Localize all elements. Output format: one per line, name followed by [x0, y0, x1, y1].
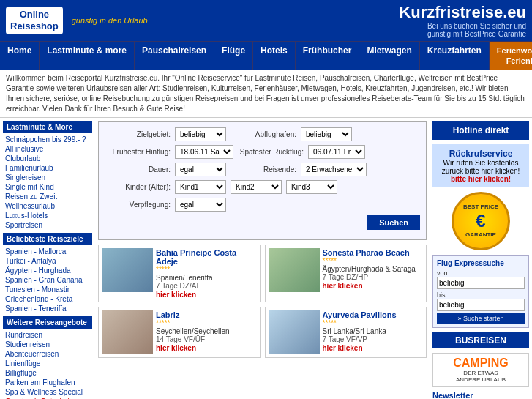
sidebar-section-weitere: Weitere Reiseangebote	[3, 316, 92, 329]
sidebar-cluburlaub[interactable]: Cluburlaub	[3, 154, 92, 163]
hotel-info-0: Bahia Principe Costa Adeje ***** Spanien…	[156, 248, 257, 299]
sidebar-schnaeppchen[interactable]: Schnäppchen bis 299.- ?	[3, 135, 92, 144]
rueckruf-box: Rückrufservice Wir rufen Sie kostenlos z…	[432, 144, 529, 187]
nav-kreuz[interactable]: Kreuzfahrten	[420, 42, 490, 70]
hotel-duration-0: 7 Tage DZ/AI	[156, 282, 257, 290]
hotel-link-0[interactable]: hier klicken	[156, 291, 196, 299]
sidebar-billigflug[interactable]: Billigflüge	[3, 368, 92, 378]
nav-pauschal[interactable]: Pauschalreisen	[135, 42, 214, 70]
rueckruf-link[interactable]: bitte hier klicken!	[451, 175, 511, 183]
sidebar-grancanaria[interactable]: Spanien - Gran Canaria	[3, 275, 92, 285]
hotel-link-2[interactable]: hier klicken	[156, 344, 196, 352]
select-abflughafen[interactable]: beliebig	[301, 127, 352, 141]
sidebar-singlemit[interactable]: Single mit Kind	[3, 182, 92, 192]
tagline-right1: Bei uns buchen Sie sicher und	[399, 22, 526, 30]
sidebar-allinclusive[interactable]: All inclusive	[3, 144, 92, 154]
sidebar-linienflug[interactable]: Linienflüge	[3, 359, 92, 368]
bestprice-badge: BEST PRICE € GARANTIE	[452, 192, 510, 250]
label-fruehester: Frühester Hinflug:	[105, 148, 171, 156]
form-row-ziel-abflug: Zielgebiet: beliebig Abflughafen: belieb…	[105, 127, 420, 141]
welcome-text: Willkommen beim Reiseportal Kurzfristrei…	[0, 70, 532, 118]
select-verpflegung[interactable]: egal	[175, 198, 226, 212]
sidebar-kreta[interactable]: Griechenland - Kreta	[3, 294, 92, 304]
select-spaetester[interactable]: 06.07.11 Fr	[308, 145, 365, 159]
hotel-link-1[interactable]: hier klicken	[323, 282, 363, 290]
nav-lastminute[interactable]: Lastminute & more	[40, 42, 135, 70]
express-von-input[interactable]	[437, 277, 525, 289]
select-kind1[interactable]: Kind1	[175, 180, 226, 194]
site-title: Kurzfristreise.eu	[399, 3, 526, 22]
form-row-verpflegung: Verpflegung: egal	[105, 198, 420, 212]
search-button[interactable]: Suchen	[367, 215, 420, 230]
hotel-stars-1: *****	[323, 257, 424, 265]
hotel-duration-2: 14 Tage VF/ÜF	[156, 335, 257, 343]
camping-sub2: ANDERE URLAUB	[436, 376, 525, 383]
logo-box: Online Reiseshop	[6, 7, 63, 34]
sidebar-singlereisen[interactable]: Singlereisen	[3, 173, 92, 182]
nav-fluege[interactable]: Flüge	[214, 42, 253, 70]
header: Online Reiseshop günstig in den Urlaub K…	[0, 0, 532, 41]
sidebar-studienreisen[interactable]: Studienreisen	[3, 340, 92, 349]
sidebar-antalya[interactable]: Türkei - Antalya	[3, 256, 92, 266]
express-search-button[interactable]: » Suche starten	[437, 313, 525, 324]
sidebar-abenteuer[interactable]: Abenteuerreisen	[3, 349, 92, 359]
sidebar-gutscheine[interactable]: Geschenk-Gutscheine	[3, 397, 92, 399]
select-reisende[interactable]: 2 Erwachsene	[301, 163, 367, 176]
sidebar-wellness[interactable]: Wellnessurlaub	[3, 201, 92, 211]
form-row-dates: Frühester Hinflug: 18.06.11 Sa Spätester…	[105, 145, 420, 159]
hotel-name-0: Bahia Principe Costa Adeje	[156, 248, 257, 266]
hotel-duration-1: 7 Tage DZ/HP	[323, 273, 424, 281]
tagline: günstig in den Urlaub	[72, 16, 148, 25]
label-verpflegung: Verpflegung:	[105, 201, 171, 209]
sidebar-sport[interactable]: Sportreisen	[3, 220, 92, 230]
header-logo: Online Reiseshop günstig in den Urlaub	[6, 7, 148, 34]
hotel-stars-0: *****	[156, 266, 257, 274]
busreisen-box: BUSREISEN	[432, 332, 529, 348]
hotel-info-1: Sonesta Pharao Beach ***** Ägypten/Hurgh…	[323, 248, 424, 299]
hotel-location-0: Spanien/Teneriffa	[156, 274, 257, 282]
select-kind3[interactable]: Kind3	[286, 180, 337, 194]
sidebar-familienurlaub[interactable]: Familienurlaub	[3, 163, 92, 173]
header-right: Kurzfristreise.eu Bei uns buchen Sie sic…	[399, 3, 526, 38]
hotel-stars-2: *****	[156, 319, 257, 327]
label-reisende: Reisende:	[231, 165, 296, 174]
nav-fruehbucher[interactable]: Frühbucher	[296, 42, 360, 70]
nav-hotels[interactable]: Hotels	[253, 42, 296, 70]
sidebar-parken[interactable]: Parken am Flughafen	[3, 378, 92, 387]
sidebar-teneriffa[interactable]: Spanien - Teneriffa	[3, 304, 92, 313]
label-kinder: Kinder (Alter):	[105, 183, 171, 191]
select-fruehester[interactable]: 18.06.11 Sa	[175, 145, 233, 159]
express-title: Flug Expresssuche	[437, 259, 525, 267]
nav-mietwagen[interactable]: Mietwagen	[359, 42, 419, 70]
sidebar-monastir[interactable]: Tunesien - Monastir	[3, 285, 92, 294]
label-dauer: Dauer:	[105, 165, 171, 174]
select-kind2[interactable]: Kind2	[231, 180, 282, 194]
sidebar-rundreisen[interactable]: Rundreisen	[3, 330, 92, 340]
rueckruf-title: Rückrufservice	[437, 149, 525, 159]
select-dauer[interactable]: egal	[175, 163, 226, 176]
hotel-location-1: Ägypten/Hurghada & Safaga	[323, 265, 424, 273]
form-row-kinder: Kinder (Alter): Kind1 Kind2 Kind3	[105, 180, 420, 194]
sidebar-spa[interactable]: Spa & Wellness Special	[3, 387, 92, 397]
hotel-card-1: Sonesta Pharao Beach ***** Ägypten/Hurgh…	[265, 245, 427, 302]
hotel-link-3[interactable]: hier klicken	[323, 344, 363, 352]
hotel-card-0: Bahia Principe Costa Adeje ***** Spanien…	[98, 245, 261, 302]
select-zielgebiet[interactable]: beliebig	[175, 127, 226, 141]
hotel-thumb-2	[102, 310, 153, 354]
nav-ferienwohnungen[interactable]: Ferienwohnungen Ferienhäuser	[490, 42, 532, 70]
sidebar-section-lastminute: Lastminute & More	[3, 121, 92, 133]
nav: Home Lastminute & more Pauschalreisen Fl…	[0, 41, 532, 70]
label-abflughafen: Abflughafen:	[231, 130, 296, 138]
nav-home[interactable]: Home	[0, 42, 40, 70]
sidebar-luxus[interactable]: Luxus-Hotels	[3, 211, 92, 220]
sidebar-mallorca[interactable]: Spanien - Mallorca	[3, 247, 92, 256]
search-form: Zielgebiet: beliebig Abflughafen: belieb…	[98, 121, 427, 240]
sidebar-hurghada[interactable]: Ägypten - Hurghada	[3, 266, 92, 275]
camping-label: CAMPING	[436, 357, 525, 370]
sidebar-section-reiseziele: Beliebteste Reiseziele	[3, 233, 92, 245]
sidebar-reisenzweit[interactable]: Reisen zu Zweit	[3, 192, 92, 201]
express-bis-input[interactable]	[437, 299, 525, 311]
hotel-thumb-3	[269, 310, 320, 354]
logo-title: Online Reiseshop	[10, 9, 59, 31]
rueckruf-text: Wir rufen Sie kostenlos zurück bitte hie…	[437, 159, 525, 175]
